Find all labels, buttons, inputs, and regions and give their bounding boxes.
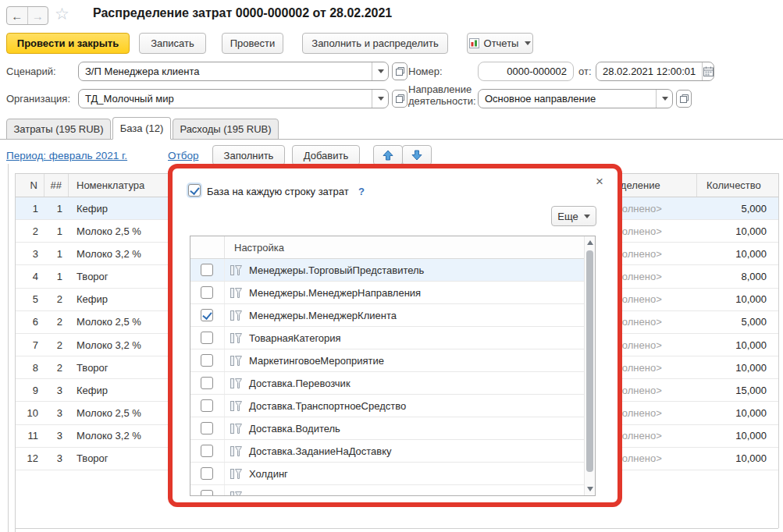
favorite-star-icon[interactable]: ☆ bbox=[55, 5, 69, 23]
organization-value: ТД_Молочный мир bbox=[79, 93, 372, 105]
add-button[interactable]: Добавить bbox=[292, 145, 360, 165]
row-number: 5 bbox=[15, 293, 44, 305]
organization-field[interactable]: ТД_Молочный мир bbox=[78, 89, 389, 108]
scroll-up-icon[interactable] bbox=[587, 240, 593, 245]
row-quantity: 5,000 bbox=[697, 203, 778, 215]
scrollbar-thumb[interactable] bbox=[586, 250, 593, 472]
organization-open-button[interactable] bbox=[392, 90, 408, 108]
back-icon[interactable]: ← bbox=[7, 7, 28, 24]
period-link[interactable]: Период: февраль 2021 г. bbox=[6, 150, 127, 161]
reports-button-label: Отчеты bbox=[484, 37, 519, 49]
calendar-button[interactable] bbox=[702, 62, 714, 80]
list-item[interactable]: Доставка.Перевозчик bbox=[190, 372, 595, 395]
page-title: Распределение затрат 0000-000002 от 28.0… bbox=[93, 6, 392, 20]
characteristic-icon bbox=[230, 286, 243, 300]
item-checkbox-cell bbox=[190, 395, 225, 417]
form-left-outer-border bbox=[8, 164, 9, 532]
characteristic-icon bbox=[230, 445, 243, 458]
item-label: Доставка.ТранспортноеСредство bbox=[249, 400, 406, 412]
item-checkbox[interactable] bbox=[201, 354, 213, 367]
item-checkbox-cell bbox=[190, 327, 225, 349]
row-number: 6 bbox=[15, 316, 44, 328]
organization-dropdown[interactable] bbox=[372, 90, 388, 108]
item-checkbox-cell bbox=[190, 440, 225, 462]
list-item[interactable]: Менеджеры.МенеджерНаправления bbox=[190, 282, 595, 304]
date-field[interactable]: 28.02.2021 12:00:01 bbox=[596, 62, 714, 81]
row-group-number: 1 bbox=[44, 248, 69, 260]
item-checkbox[interactable] bbox=[201, 467, 213, 480]
move-up-button[interactable] bbox=[373, 145, 403, 165]
scenario-open-button[interactable] bbox=[392, 62, 408, 80]
fill-and-distribute-button[interactable]: Заполнить и распределить bbox=[302, 33, 448, 54]
row-number: 8 bbox=[15, 362, 44, 374]
item-checkbox[interactable] bbox=[201, 422, 213, 434]
row-group-number: 3 bbox=[44, 452, 69, 464]
reports-button[interactable]: Отчеты bbox=[467, 33, 533, 54]
item-checkbox[interactable] bbox=[201, 377, 213, 389]
number-value: 0000-000002 bbox=[479, 66, 573, 77]
list-item[interactable]: ТоварнаяКатегория bbox=[190, 327, 595, 349]
direction-field[interactable]: Основное направление bbox=[478, 89, 673, 108]
item-label: Доставка.Водитель bbox=[249, 423, 340, 434]
item-checkbox[interactable] bbox=[201, 445, 213, 457]
column-header-quantity[interactable]: Количество bbox=[697, 174, 778, 197]
list-item[interactable]: Доставка.ТранспортноеСредство bbox=[190, 395, 595, 417]
item-label: Холдинг bbox=[249, 468, 288, 480]
row-group-number: 2 bbox=[44, 339, 69, 351]
tab-costs[interactable]: Затраты (195 RUB) bbox=[6, 119, 111, 140]
list-item[interactable]: Менеджеры.ТорговыйПредставитель bbox=[190, 259, 595, 282]
item-checkbox[interactable] bbox=[201, 309, 213, 321]
column-header-group[interactable]: ## bbox=[44, 174, 69, 197]
list-item[interactable]: Доставка.ЗаданиеНаДоставку bbox=[190, 440, 595, 463]
direction-open-button[interactable] bbox=[676, 90, 692, 108]
table-right-border bbox=[778, 173, 779, 528]
post-and-close-button[interactable]: Провести и закрыть bbox=[6, 33, 130, 54]
item-checkbox-cell bbox=[190, 349, 225, 371]
row-number: 3 bbox=[15, 248, 44, 260]
settings-list-body: Менеджеры.ТорговыйПредставитель Менеджер… bbox=[190, 259, 595, 496]
item-checkbox[interactable] bbox=[201, 286, 213, 299]
characteristic-icon bbox=[230, 467, 243, 481]
more-button[interactable]: Еще bbox=[551, 206, 596, 226]
move-down-button[interactable] bbox=[402, 145, 432, 165]
characteristic-icon bbox=[230, 264, 243, 277]
item-checkbox[interactable] bbox=[201, 264, 213, 276]
characteristic-icon bbox=[230, 354, 243, 367]
list-item[interactable]: МаркетинговоеМероприятие bbox=[190, 349, 595, 372]
row-group-number: 3 bbox=[44, 407, 69, 419]
item-checkbox[interactable] bbox=[201, 399, 213, 412]
list-item[interactable]: Менеджеры.МенеджерКлиента bbox=[190, 304, 595, 327]
list-item[interactable] bbox=[190, 485, 595, 496]
scroll-down-icon[interactable] bbox=[587, 487, 593, 491]
list-item[interactable]: Доставка.Водитель bbox=[190, 417, 595, 440]
open-form-icon bbox=[396, 67, 404, 76]
base-per-row-checkbox[interactable] bbox=[188, 184, 201, 197]
date-prefix-label: от: bbox=[578, 66, 592, 77]
filter-link[interactable]: Отбор bbox=[168, 150, 198, 161]
scenario-label: Сценарий: bbox=[6, 66, 56, 77]
direction-dropdown[interactable] bbox=[656, 90, 672, 108]
item-checkbox[interactable] bbox=[201, 332, 213, 344]
form-bottom-border bbox=[15, 528, 778, 529]
number-field[interactable]: 0000-000002 bbox=[478, 62, 574, 81]
fill-button[interactable]: Заполнить bbox=[212, 145, 285, 165]
tab-base[interactable]: База (12) bbox=[112, 117, 171, 140]
scenario-field[interactable]: З/П Менеджера клиента bbox=[78, 62, 389, 81]
row-number: 7 bbox=[15, 339, 44, 351]
post-button[interactable]: Провести bbox=[222, 33, 283, 54]
row-group-number: 1 bbox=[44, 271, 69, 282]
item-checkbox[interactable] bbox=[201, 490, 213, 496]
row-quantity: 10,000 bbox=[697, 248, 778, 260]
forward-icon[interactable]: → bbox=[28, 7, 48, 24]
write-button[interactable]: Записать bbox=[139, 33, 206, 54]
tab-expenses[interactable]: Расходы (195 RUB) bbox=[173, 119, 279, 140]
settings-column-header: Настройка bbox=[225, 242, 284, 254]
help-icon[interactable]: ? bbox=[358, 186, 365, 197]
close-icon[interactable]: × bbox=[596, 175, 603, 188]
row-quantity: 10,000 bbox=[697, 293, 778, 305]
characteristic-icon bbox=[230, 399, 243, 413]
list-item[interactable]: Холдинг bbox=[190, 463, 595, 485]
column-header-n[interactable]: N bbox=[15, 174, 44, 197]
scenario-dropdown[interactable] bbox=[372, 62, 388, 80]
scrollbar[interactable] bbox=[584, 236, 595, 495]
